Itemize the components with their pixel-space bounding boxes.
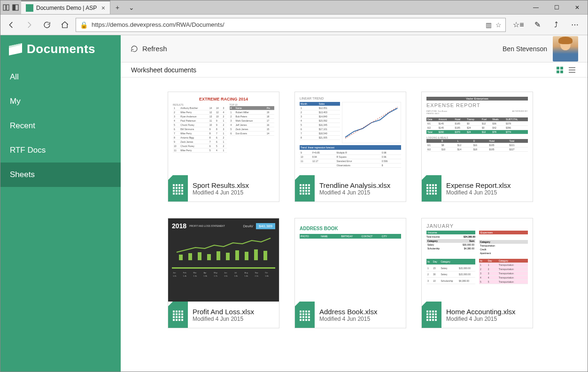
svg-rect-12 — [569, 72, 575, 73]
tab-title: Documents Demo | ASP — [36, 5, 99, 11]
window-snap-left-icon[interactable] — [2, 4, 10, 11]
address-bar[interactable]: 🔒 https://demos.devexpress.com/RWA/Docum… — [76, 18, 506, 32]
list-view-button[interactable] — [567, 65, 577, 75]
doc-title: Address Book.xlsx — [319, 308, 377, 316]
logo-icon — [9, 43, 22, 55]
back-button[interactable] — [4, 18, 18, 32]
grid-view-button[interactable] — [555, 65, 565, 75]
thumb-title: LINEAR TREND — [300, 97, 401, 100]
doc-title: Trendline Analysis.xlsx — [319, 181, 390, 189]
reading-view-icon[interactable]: ▥ — [486, 21, 492, 29]
svg-rect-1 — [7, 5, 9, 10]
tab-close-icon[interactable]: × — [101, 4, 105, 12]
svg-rect-18 — [217, 251, 220, 260]
thumb-label: PROFIT AND LOSS STATEMENT — [189, 225, 225, 227]
doc-thumbnail: 2018 PROFIT AND LOSS STATEMENT DevAV $40… — [168, 218, 279, 302]
thumb-company: DevAV — [243, 225, 253, 228]
home-button[interactable] — [58, 18, 72, 32]
spreadsheet-icon — [422, 302, 441, 328]
sidebar-item-recent[interactable]: Recent — [0, 114, 121, 138]
doc-card[interactable]: JANUARY Income Total income:$34,380.00 C… — [421, 218, 533, 328]
doc-modified: Modified 4 Jun 2015 — [319, 316, 377, 322]
app-logo[interactable]: Documents — [0, 35, 121, 65]
new-tab-button[interactable]: + — [110, 0, 124, 14]
window-snap-right-icon[interactable] — [12, 4, 19, 11]
sidebar-item-all[interactable]: All — [0, 65, 121, 89]
share-icon[interactable]: ⤴ — [548, 18, 564, 32]
doc-footer: Sport Results.xlsx Modified 4 Jun 2015 — [168, 175, 279, 202]
doc-thumbnail: Vader Enterprises EXPENSE REPORT EMPLOYE… — [422, 92, 533, 175]
doc-thumbnail: JANUARY Income Total income:$34,380.00 C… — [422, 218, 533, 302]
doc-title: Sport Results.xlsx — [193, 181, 249, 189]
thumb-section: Income — [426, 231, 475, 234]
spreadsheet-icon — [168, 175, 188, 202]
favorites-list-icon[interactable]: ☆≡ — [511, 18, 526, 32]
app-root: Documents All My Recent RTF Docs Sheets … — [0, 35, 588, 372]
doc-footer: Trendline Analysis.xlsx Modified 4 Jun 2… — [295, 175, 406, 202]
svg-rect-10 — [569, 67, 575, 68]
browser-tab[interactable]: Documents Demo | ASP × — [21, 0, 110, 14]
sidebar-item-rtf[interactable]: RTF Docs — [0, 138, 121, 163]
sidebar-item-sheets[interactable]: Sheets — [0, 163, 121, 187]
minimize-button[interactable]: — — [526, 0, 546, 14]
doc-footer: Expense Report.xlsx Modified 4 Jun 2015 — [422, 175, 533, 202]
svg-rect-15 — [188, 253, 192, 260]
thumb-section: Expenses — [479, 231, 528, 234]
maximize-button[interactable]: ☐ — [546, 0, 567, 14]
doc-card[interactable]: EXTREME RACING 2014 RESULTS 1Anthony But… — [168, 92, 279, 202]
reload-button[interactable] — [40, 18, 54, 32]
tabs-dropdown-icon[interactable]: ⌄ — [124, 0, 139, 14]
favorite-icon[interactable]: ☆ — [495, 21, 502, 29]
avatar[interactable] — [553, 36, 578, 62]
svg-rect-16 — [198, 252, 201, 260]
documents-grid: EXTREME RACING 2014 RESULTS 1Anthony But… — [121, 78, 588, 372]
thumb-year: 2018 — [172, 222, 186, 230]
notes-icon[interactable]: ✎ — [529, 18, 545, 32]
doc-footer: Home Accounting.xlsx Modified 4 Jun 2015 — [422, 302, 533, 328]
svg-rect-7 — [560, 67, 563, 70]
thumb-title: EXPENSE REPORT — [426, 102, 528, 108]
refresh-button[interactable]: Refresh — [130, 45, 167, 53]
window-quick-buttons — [0, 0, 21, 14]
view-toggle — [555, 65, 577, 75]
doc-thumbnail: ADDRESS BOOK PHOTONAMEBIRTHDAYCONTACTCIT… — [295, 218, 406, 302]
thumb-company: Vader Enterprises — [426, 97, 528, 101]
more-icon[interactable]: ⋯ — [567, 18, 583, 32]
user-area[interactable]: Ben Stevenson — [503, 35, 578, 62]
svg-rect-6 — [557, 67, 559, 70]
svg-rect-22 — [254, 249, 258, 260]
doc-footer: Address Book.xlsx Modified 4 Jun 2015 — [295, 302, 406, 328]
close-window-button[interactable]: ✕ — [567, 0, 588, 14]
main-content: Refresh Ben Stevenson Worksheet document… — [121, 35, 588, 372]
svg-rect-21 — [245, 252, 248, 260]
favicon — [26, 4, 33, 12]
sidebar-item-my[interactable]: My — [0, 89, 121, 114]
forward-button[interactable] — [22, 18, 36, 32]
spreadsheet-icon — [295, 302, 315, 328]
browser-actions: ☆≡ ✎ ⤴ ⋯ — [510, 18, 584, 32]
svg-rect-0 — [3, 5, 6, 10]
doc-modified: Modified 4 Jun 2015 — [193, 189, 249, 196]
subheader: Worksheet documents — [121, 62, 588, 78]
doc-card[interactable]: 2018 PROFIT AND LOSS STATEMENT DevAV $40… — [168, 218, 279, 328]
url-text: https://demos.devexpress.com/RWA/Documen… — [92, 21, 482, 28]
doc-title: Home Accounting.xlsx — [446, 308, 516, 316]
app-toolbar: Refresh Ben Stevenson — [121, 35, 588, 62]
svg-rect-8 — [557, 70, 559, 73]
lock-icon: 🔒 — [80, 21, 88, 29]
doc-title: Expense Report.xlsx — [446, 181, 511, 189]
svg-rect-3 — [13, 5, 15, 10]
browser-navbar: 🔒 https://demos.devexpress.com/RWA/Docum… — [0, 15, 588, 35]
user-name: Ben Stevenson — [503, 45, 547, 53]
thumb-title: ADDRESS BOOK — [300, 223, 401, 234]
doc-modified: Modified 4 Jun 2015 — [319, 189, 390, 196]
doc-modified: Modified 4 Jun 2015 — [446, 189, 511, 196]
trend-chart — [342, 102, 401, 143]
svg-rect-20 — [235, 250, 239, 260]
doc-card[interactable]: ADDRESS BOOK PHOTONAMEBIRTHDAYCONTACTCIT… — [294, 218, 406, 328]
sidebar: Documents All My Recent RTF Docs Sheets — [0, 35, 121, 372]
svg-rect-19 — [226, 253, 230, 260]
doc-card[interactable]: LINEAR TREND MonthSales1$12,0512$13,4033… — [294, 92, 406, 202]
doc-card[interactable]: Vader Enterprises EXPENSE REPORT EMPLOYE… — [421, 92, 533, 202]
thumb-title: EXTREME RACING 2014 — [173, 97, 274, 101]
